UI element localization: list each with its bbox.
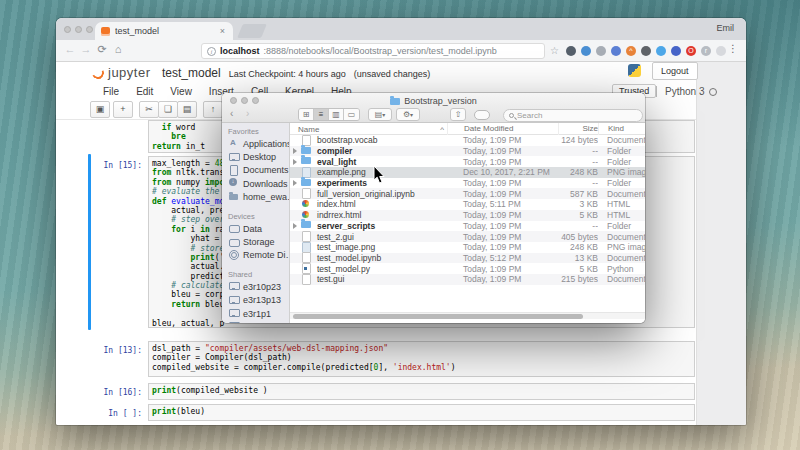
code-cell-in13[interactable]: dsl_path = "compiler/assets/web-dsl-mapp…: [148, 341, 695, 377]
browser-menu-icon[interactable]: ⋮: [728, 43, 738, 54]
coverflow-view-button[interactable]: ▭: [344, 109, 359, 120]
window-minimize-button[interactable]: [75, 26, 82, 33]
tags-button[interactable]: [474, 110, 490, 120]
code-cell-empty[interactable]: print(bleu): [148, 404, 695, 421]
refresh-icon[interactable]: ⟳: [95, 43, 109, 56]
shared-computer-icon: [229, 309, 239, 318]
sidebar-row[interactable]: e3r1p14: [222, 320, 289, 323]
tab-close-icon[interactable]: ×: [218, 26, 227, 36]
column-header-kind[interactable]: Kind: [598, 123, 645, 135]
sidebar-row[interactable]: e3r13p13: [222, 294, 289, 307]
finder-window: Bootstrap_version ‹ › ⊞ ≡ ▥ ▭ ▤▾ ⚙▾ ⇧ Se…: [222, 93, 645, 323]
notebook-favicon: [101, 27, 110, 36]
copy-cell-button[interactable]: ❏: [158, 101, 178, 118]
doc-icon: [301, 275, 312, 284]
disclosure-triangle-icon[interactable]: [293, 180, 297, 186]
jupyter-logo[interactable]: jupyter: [92, 65, 151, 80]
disclosure-triangle-icon[interactable]: [293, 148, 297, 154]
save-button[interactable]: ▣: [90, 101, 110, 118]
column-header-size[interactable]: Size: [558, 123, 598, 135]
icon-view-button[interactable]: ⊞: [299, 109, 314, 120]
filter-extension-icon[interactable]: [641, 46, 651, 56]
disclosure-triangle-icon[interactable]: [293, 223, 297, 229]
sidebar-row[interactable]: Favorites: [222, 125, 289, 137]
sidebar-row[interactable]: Desktop: [222, 150, 289, 163]
add-cell-button[interactable]: +: [113, 101, 133, 118]
sidebar-row[interactable]: Devices: [222, 210, 289, 222]
back-icon[interactable]: ←: [63, 43, 77, 55]
file-row[interactable]: server_scripts Today, 1:09 PM -- Folder: [290, 221, 645, 232]
finder-forward-button[interactable]: ›: [246, 108, 249, 119]
paste-cell-button[interactable]: ▤: [177, 101, 197, 118]
file-row[interactable]: eval_light Today, 1:09 PM -- Folder: [290, 156, 645, 167]
translate-extension-icon[interactable]: [611, 46, 621, 56]
sidebar-row[interactable]: Downloads: [222, 177, 289, 190]
file-row[interactable]: test_image.png Today, 1:09 PM 248 KB PNG…: [290, 242, 645, 253]
menu-item[interactable]: File: [103, 86, 119, 99]
sidebar-row[interactable]: Remote Di…: [222, 249, 289, 262]
file-row[interactable]: test.gui Today, 1:09 PM 215 bytes Docume…: [290, 274, 645, 285]
forward-icon[interactable]: →: [79, 43, 93, 55]
horizontal-scrollbar-thumb[interactable]: [293, 314, 583, 319]
sidebar-row[interactable]: Shared: [222, 268, 289, 280]
mouse-cursor: [373, 166, 385, 184]
bookmark-star-icon[interactable]: ☆: [550, 45, 559, 56]
shield-extension-icon[interactable]: [596, 46, 606, 56]
column-view-button[interactable]: ▥: [329, 109, 344, 120]
search-icon: [509, 113, 514, 118]
browser-profile-name[interactable]: Emil: [717, 23, 735, 33]
page-info-icon[interactable]: i: [207, 47, 216, 56]
disclosure-triangle-icon[interactable]: [293, 159, 297, 165]
column-header-date[interactable]: Date Modified: [447, 123, 558, 135]
file-row[interactable]: test_model.py Today, 1:09 PM 5 KB Python: [290, 263, 645, 274]
move-up-button[interactable]: ↑: [203, 101, 223, 118]
menu-item[interactable]: Edit: [136, 86, 153, 99]
sidebar-row[interactable]: Storage: [222, 235, 289, 248]
arrow-extension-icon[interactable]: ^: [626, 46, 636, 56]
cut-cell-button[interactable]: ✂: [139, 101, 159, 118]
file-row[interactable]: bootstrap.vocab Today, 1:09 PM 124 bytes…: [290, 135, 645, 146]
sidebar-row[interactable]: e3r1p1: [222, 307, 289, 320]
pocket-extension-icon[interactable]: [566, 46, 576, 56]
finder-back-button[interactable]: ‹: [230, 108, 233, 119]
sidebar-row[interactable]: Documents: [222, 164, 289, 177]
twitter-extension-icon[interactable]: [656, 46, 666, 56]
window-close-button[interactable]: [64, 26, 71, 33]
home-icon[interactable]: ⌂: [111, 43, 125, 55]
menu-item[interactable]: View: [170, 86, 192, 99]
sidebar-row[interactable]: Data: [222, 222, 289, 235]
file-row[interactable]: test_2.gui Today, 1:09 PM 405 bytes Docu…: [290, 231, 645, 242]
share-button[interactable]: ⇧: [450, 108, 466, 121]
action-menu-button[interactable]: ⚙▾: [396, 108, 420, 121]
box-extension-icon[interactable]: [716, 46, 726, 56]
file-row[interactable]: experiments Today, 1:09 PM -- Folder: [290, 178, 645, 189]
sidebar-row[interactable]: home_ewa…: [222, 191, 289, 204]
globe-extension-icon[interactable]: [671, 46, 681, 56]
code-cell-in16[interactable]: print(compiled_website ): [148, 383, 695, 400]
kernel-name: Python 3: [665, 86, 704, 97]
file-row[interactable]: compiler Today, 1:09 PM -- Folder: [290, 146, 645, 157]
file-row[interactable]: full_version_original.ipynb Today, 1:09 …: [290, 188, 645, 199]
file-row[interactable]: index.html Today, 5:11 PM 3 KB HTML: [290, 199, 645, 210]
opera-extension-icon[interactable]: O: [686, 46, 696, 56]
home-folder-icon: [229, 193, 239, 202]
logout-button[interactable]: Logout: [652, 62, 698, 80]
window-zoom-button[interactable]: [86, 26, 93, 33]
r-extension-icon[interactable]: r: [701, 46, 711, 56]
new-tab-button[interactable]: [237, 24, 267, 38]
cell-prompt: In [15]:: [78, 161, 142, 170]
address-bar[interactable]: i localhost:8888/notebooks/local/Bootstr…: [201, 43, 545, 59]
sidebar-row[interactable]: Applications: [222, 137, 289, 150]
browser-tab[interactable]: test_model ×: [95, 22, 233, 40]
group-by-button[interactable]: ▤▾: [368, 108, 392, 121]
file-row[interactable]: example.png Dec 10, 2017, 2:21 PM 248 KB…: [290, 167, 645, 178]
file-row[interactable]: test_model.ipynb Today, 5:12 PM 13 KB Do…: [290, 253, 645, 264]
horizontal-scrollbar[interactable]: [290, 312, 645, 319]
history-extension-icon[interactable]: [581, 46, 591, 56]
file-row[interactable]: indrrex.html Today, 1:09 PM 5 KB HTML: [290, 210, 645, 221]
notebook-title[interactable]: test_model: [162, 66, 221, 80]
list-view-button[interactable]: ≡: [314, 109, 329, 120]
sidebar-row[interactable]: e3r10p23: [222, 280, 289, 293]
finder-search-field[interactable]: Search: [503, 109, 643, 122]
column-header-name[interactable]: Name ^: [290, 125, 447, 134]
